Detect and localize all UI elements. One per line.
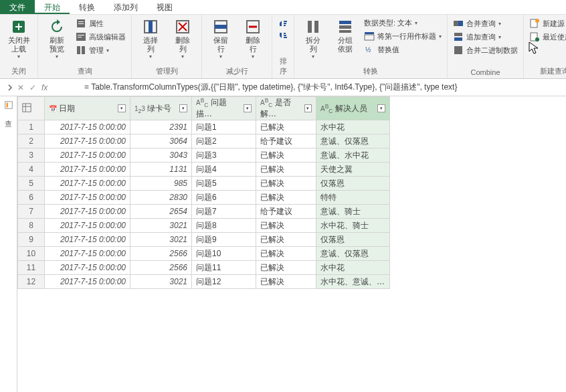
filter-dropdown-icon[interactable]: ▾: [244, 104, 252, 112]
cell-desc[interactable]: 问题5: [192, 177, 256, 191]
cell-solved[interactable]: 已解决: [256, 247, 316, 261]
cell-desc[interactable]: 问题12: [192, 275, 256, 289]
table-row[interactable]: 42017-7-15 0:00:001131问题4已解决天使之翼: [18, 163, 390, 177]
advanced-editor-button[interactable]: 高级编辑器: [74, 31, 127, 43]
sort-asc-button[interactable]: [276, 17, 290, 29]
cell-date[interactable]: 2017-7-15 0:00:00: [45, 205, 130, 219]
combine-binary-button[interactable]: 合并二进制数据: [452, 44, 519, 56]
cell-person[interactable]: 水中花: [316, 120, 390, 134]
cell-solved[interactable]: 给予建议: [256, 134, 316, 149]
cell-date[interactable]: 2017-7-15 0:00:00: [45, 275, 130, 289]
column-header-card[interactable]: 123 绿卡号▾: [130, 97, 192, 120]
cell-desc[interactable]: 问题10: [192, 247, 256, 261]
replace-values-button[interactable]: ½ 替换值: [363, 43, 443, 56]
cell-card[interactable]: 3021: [130, 233, 192, 247]
cell-date[interactable]: 2017-7-15 0:00:00: [45, 163, 130, 177]
data-type-button[interactable]: 数据类型: 文本▾: [363, 17, 443, 29]
close-load-button[interactable]: 关闭并 上载 ▾: [4, 16, 33, 60]
table-corner[interactable]: [18, 97, 45, 120]
cell-date[interactable]: 2017-7-15 0:00:00: [45, 177, 130, 191]
cell-date[interactable]: 2017-7-15 0:00:00: [45, 120, 130, 134]
cell-person[interactable]: 水中花、意诚、…: [316, 275, 390, 289]
cell-person[interactable]: 特特: [316, 191, 390, 205]
row-number[interactable]: 11: [18, 261, 45, 275]
row-number[interactable]: 7: [18, 205, 45, 219]
group-by-button[interactable]: 分组 依据: [331, 16, 360, 54]
tab-view[interactable]: 视图: [147, 0, 182, 14]
cell-solved[interactable]: 已解决: [256, 275, 316, 289]
cell-desc[interactable]: 问题6: [192, 191, 256, 205]
cell-solved[interactable]: 已解决: [256, 191, 316, 205]
cell-person[interactable]: 仅落恩: [316, 233, 390, 247]
first-row-header-button[interactable]: 将第一行用作标题▾: [363, 30, 443, 42]
cell-desc[interactable]: 问题9: [192, 233, 256, 247]
cell-solved[interactable]: 已解决: [256, 177, 316, 191]
cell-date[interactable]: 2017-7-15 0:00:00: [45, 219, 130, 233]
cell-solved[interactable]: 已解决: [256, 233, 316, 247]
table-row[interactable]: 92017-7-15 0:00:003021问题9已解决仅落恩: [18, 233, 390, 247]
cancel-formula-button[interactable]: ✕: [17, 83, 24, 92]
filter-dropdown-icon[interactable]: ▾: [118, 104, 126, 112]
append-queries-button[interactable]: 追加查询▾: [452, 31, 519, 43]
table-row[interactable]: 22017-7-15 0:00:003064问题2给予建议意诚、仅落恩: [18, 134, 390, 149]
cell-person[interactable]: 天使之翼: [316, 163, 390, 177]
cell-solved[interactable]: 已解决: [256, 120, 316, 134]
tab-addcolumn[interactable]: 添加列: [104, 0, 147, 14]
cell-card[interactable]: 985: [130, 177, 192, 191]
cell-person[interactable]: 水中花、骑士: [316, 219, 390, 233]
cell-card[interactable]: 2830: [130, 191, 192, 205]
row-number[interactable]: 9: [18, 233, 45, 247]
table-row[interactable]: 52017-7-15 0:00:00985问题5已解决仅落恩: [18, 177, 390, 191]
cell-date[interactable]: 2017-7-15 0:00:00: [45, 233, 130, 247]
cell-date[interactable]: 2017-7-15 0:00:00: [45, 247, 130, 261]
cell-desc[interactable]: 问题11: [192, 261, 256, 275]
column-header-date[interactable]: 📅 日期▾: [45, 97, 130, 120]
cell-person[interactable]: 水中花: [316, 261, 390, 275]
cell-person[interactable]: 意诚、骑士: [316, 205, 390, 219]
table-row[interactable]: 122017-7-15 0:00:003021问题12已解决水中花、意诚、…: [18, 275, 390, 289]
split-column-button[interactable]: 拆分 列 ▾: [298, 16, 328, 60]
cell-desc[interactable]: 问题7: [192, 205, 256, 219]
table-row[interactable]: 112017-7-15 0:00:002566问题11已解决水中花: [18, 261, 390, 275]
cell-card[interactable]: 1131: [130, 163, 192, 177]
row-number[interactable]: 2: [18, 134, 45, 149]
select-columns-button[interactable]: 选择 列 ▾: [136, 16, 165, 60]
cell-person[interactable]: 意诚、仅落恩: [316, 134, 390, 149]
row-number[interactable]: 8: [18, 219, 45, 233]
cell-solved[interactable]: 给予建议: [256, 205, 316, 219]
column-header-solved[interactable]: ABC 是否解…▾: [256, 97, 316, 120]
remove-columns-button[interactable]: 删除 列 ▾: [168, 16, 197, 60]
recent-sources-button[interactable]: 最近使用的: [528, 31, 566, 43]
cell-card[interactable]: 3021: [130, 219, 192, 233]
tab-transform[interactable]: 转换: [70, 0, 104, 14]
commit-formula-button[interactable]: ✓: [29, 83, 36, 92]
remove-rows-button[interactable]: 删除 行 ▾: [238, 16, 268, 60]
table-row[interactable]: 72017-7-15 0:00:002654问题7给予建议意诚、骑士: [18, 205, 390, 219]
cell-desc[interactable]: 问题3: [192, 149, 256, 163]
cell-card[interactable]: 3021: [130, 275, 192, 289]
table-row[interactable]: 32017-7-15 0:00:003043问题3已解决意诚、水中花: [18, 149, 390, 163]
row-number[interactable]: 4: [18, 163, 45, 177]
cell-card[interactable]: 2566: [130, 261, 192, 275]
table-row[interactable]: 62017-7-15 0:00:002830问题6已解决特特: [18, 191, 390, 205]
row-number[interactable]: 6: [18, 191, 45, 205]
cell-solved[interactable]: 已解决: [256, 149, 316, 163]
cell-date[interactable]: 2017-7-15 0:00:00: [45, 134, 130, 149]
table-row[interactable]: 82017-7-15 0:00:003021问题8已解决水中花、骑士: [18, 219, 390, 233]
properties-button[interactable]: 属性: [74, 17, 127, 29]
cell-person[interactable]: 意诚、仅落恩: [316, 247, 390, 261]
row-number[interactable]: 5: [18, 177, 45, 191]
tab-home[interactable]: 开始: [35, 0, 70, 14]
new-source-button[interactable]: 新建源▾: [528, 17, 566, 29]
row-number[interactable]: 3: [18, 149, 45, 163]
refresh-preview-button[interactable]: 刷新 预览 ▾: [42, 16, 72, 60]
cell-person[interactable]: 仅落恩: [316, 177, 390, 191]
data-grid[interactable]: 📅 日期▾ 123 绿卡号▾ ABC 问题描…▾ ABC 是否解…▾ ABC 解…: [17, 96, 566, 392]
file-tab[interactable]: 文件: [0, 0, 35, 14]
row-number[interactable]: 10: [18, 247, 45, 261]
cell-card[interactable]: 2391: [130, 120, 192, 134]
queries-side-rail[interactable]: 查: [0, 96, 17, 392]
table-row[interactable]: 102017-7-15 0:00:002566问题10已解决意诚、仅落恩: [18, 247, 390, 261]
cell-desc[interactable]: 问题1: [192, 120, 256, 134]
cell-person[interactable]: 意诚、水中花: [316, 149, 390, 163]
